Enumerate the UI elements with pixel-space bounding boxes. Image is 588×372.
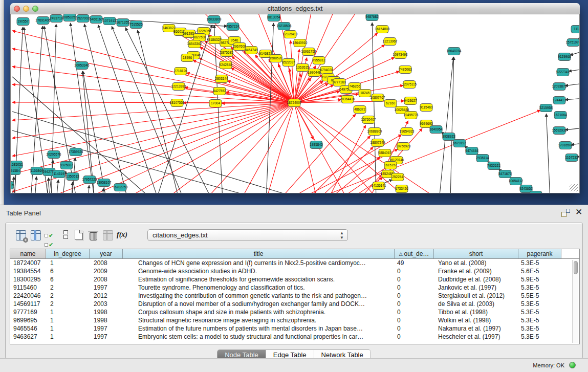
graph-node[interactable]: 7515526 xyxy=(129,21,143,29)
graph-node[interactable]: 12325419 xyxy=(283,31,298,38)
float-panel-icon[interactable] xyxy=(561,209,570,217)
table-row[interactable]: 1872400712008Changes of HCN gene express… xyxy=(10,259,579,267)
graph-node[interactable]: 2935114 xyxy=(476,155,489,162)
graph-node[interactable]: 3215958 xyxy=(539,104,553,112)
graph-node[interactable]: 2967608 xyxy=(233,43,246,51)
scrollbar-thumb[interactable] xyxy=(574,261,578,274)
graph-node[interactable]: 9227341 xyxy=(556,69,570,76)
graph-node[interactable]: 18107552 xyxy=(170,99,185,107)
function-builder-icon[interactable]: f(x) xyxy=(117,231,129,243)
citation-network-graph[interactable]: 1905572769140624937181085325715270026466… xyxy=(11,14,579,193)
graph-node[interactable]: 1671355 xyxy=(116,19,129,27)
graph-node[interactable]: 12213967 xyxy=(383,38,398,46)
table-row[interactable]: 1456911722003Disruption of a novel membe… xyxy=(10,300,579,308)
graph-node[interactable]: 1156869 xyxy=(31,167,43,175)
graph-node[interactable]: 18245 xyxy=(359,90,371,97)
graph-node[interactable]: 9474444 xyxy=(465,147,478,155)
column-header-name[interactable]: name xyxy=(10,249,46,258)
table-chooser-dropdown[interactable]: citations_edges.txt ▲▼ xyxy=(147,229,348,241)
graph-node[interactable]: 6466160 xyxy=(90,16,103,24)
graph-node[interactable]: 2803144 xyxy=(215,75,228,83)
graph-node[interactable]: 18996 xyxy=(181,54,193,62)
graph-node[interactable]: 746266 xyxy=(349,83,361,91)
graph-node[interactable]: 10807467 xyxy=(371,94,385,102)
memory-status-icon[interactable] xyxy=(569,362,576,368)
graph-node[interactable]: 1588520 xyxy=(269,55,282,62)
graph-node[interactable]: 1527002 xyxy=(76,15,90,23)
graph-node[interactable]: 10756928 xyxy=(396,143,411,150)
graph-node[interactable]: 9884067 xyxy=(378,149,391,157)
graph-node[interactable]: 1112 xyxy=(571,26,579,33)
table-row[interactable]: 969969511998Structural magnetic resonanc… xyxy=(10,316,579,324)
graph-node[interactable]: 92450 xyxy=(530,191,542,193)
graph-node[interactable]: 1733426 xyxy=(395,185,408,193)
graph-node[interactable]: 486372 xyxy=(354,106,366,114)
graph-node[interactable]: 1621064 xyxy=(554,112,567,119)
graph-node[interactable]: 7955812 xyxy=(312,57,325,64)
close-panel-icon[interactable]: ✕ xyxy=(575,208,582,216)
graph-node[interactable]: 5875685 xyxy=(220,49,233,57)
column-header-year[interactable]: year xyxy=(90,249,123,258)
graph-node[interactable]: 7932621 xyxy=(487,162,500,170)
graph-node[interactable]: 27691406 xyxy=(36,17,51,25)
graph-node[interactable]: 19495776 xyxy=(404,112,419,119)
column-header-in_degree[interactable]: in_degree xyxy=(46,249,90,258)
rows-icon[interactable] xyxy=(59,230,72,242)
graph-node[interactable]: 9487682 xyxy=(365,14,379,21)
graph-node[interactable]: 18724007 xyxy=(287,99,302,107)
graph-node[interactable]: 190557 xyxy=(17,18,29,26)
graph-node[interactable]: 2616605 xyxy=(11,182,14,189)
graph-node[interactable]: 17004 xyxy=(209,100,222,107)
graph-node[interactable]: 20364436 xyxy=(340,96,355,103)
graph-node[interactable]: 16648784 xyxy=(447,48,462,55)
graph-node[interactable]: 114519 xyxy=(53,170,65,178)
checklist-icon[interactable]: ✔ ✔ xyxy=(45,230,57,243)
graph-node[interactable]: 1990448 xyxy=(308,69,321,77)
table-settings-icon[interactable] xyxy=(15,229,27,242)
delete-column-icon[interactable] xyxy=(88,229,100,242)
graph-node[interactable]: 19654923 xyxy=(400,128,415,136)
graph-node[interactable]: 12093873 xyxy=(552,83,567,91)
graph-node[interactable]: 20206576 xyxy=(47,151,61,159)
column-select-icon[interactable] xyxy=(30,229,42,242)
graph-node[interactable]: 8813054 xyxy=(267,14,280,21)
graph-node[interactable]: 1167533 xyxy=(565,154,578,162)
graph-node[interactable]: 9777169 xyxy=(333,79,346,86)
window-titlebar[interactable]: citations_edges.txt xyxy=(10,3,580,14)
network-canvas[interactable]: 1905572769140624937181085325715270026466… xyxy=(10,14,580,193)
graph-node[interactable]: 1362615 xyxy=(296,64,309,72)
graph-node[interactable]: 9975887 xyxy=(60,162,73,169)
graph-node[interactable]: 10688809 xyxy=(367,128,382,136)
graph-node[interactable]: 9129966 xyxy=(558,53,571,61)
graph-node[interactable]: 12213383 xyxy=(171,83,186,91)
graph-node[interactable]: 1071913 xyxy=(103,17,116,25)
graph-node[interactable]: 16154808 xyxy=(375,26,390,33)
graph-node[interactable]: 8186328 xyxy=(208,36,222,44)
vertical-scrollbar[interactable] xyxy=(572,260,578,343)
graph-node[interactable]: 8427552 xyxy=(213,87,226,95)
network-view-window[interactable]: citations_edges.txt 19055727691406249371… xyxy=(10,3,580,193)
column-header-out_de[interactable]: △out_de… xyxy=(395,249,434,258)
graph-node[interactable]: 17359924 xyxy=(69,148,83,156)
graph-node[interactable]: 12975115 xyxy=(402,81,417,89)
graph-node[interactable]: 14136141 xyxy=(372,182,386,190)
graph-node[interactable]: 15720407 xyxy=(361,116,376,124)
graph-node[interactable]: 6794028 xyxy=(320,67,333,74)
import-table-disabled-icon[interactable] xyxy=(102,229,114,242)
resize-grip-icon[interactable] xyxy=(570,184,578,191)
graph-node[interactable]: 1935845 xyxy=(310,141,323,149)
graph-node[interactable]: 7857224 xyxy=(226,23,239,31)
table-row[interactable]: 946362711997Embryonic stem cells: a mode… xyxy=(10,333,579,341)
graph-node[interactable]: 17016504 xyxy=(558,142,573,149)
table-row[interactable]: 1830029562008Estimation of significance … xyxy=(10,275,579,283)
graph-node[interactable]: 1615152 xyxy=(384,162,397,169)
graph-node[interactable]: 8938923 xyxy=(442,133,455,141)
graph-node[interactable]: 10853257 xyxy=(62,14,77,21)
graph-node[interactable]: 391584 xyxy=(11,167,20,175)
graph-node[interactable]: 10654112 xyxy=(509,178,524,185)
graph-node[interactable]: 19218506 xyxy=(277,23,292,30)
graph-node[interactable]: 9115460 xyxy=(420,104,433,112)
graph-node[interactable]: 15692931 xyxy=(552,127,567,135)
table-row[interactable]: 977716911998Corpus callosum shape and si… xyxy=(10,308,579,316)
graph-node[interactable]: 18807249 xyxy=(371,139,385,147)
